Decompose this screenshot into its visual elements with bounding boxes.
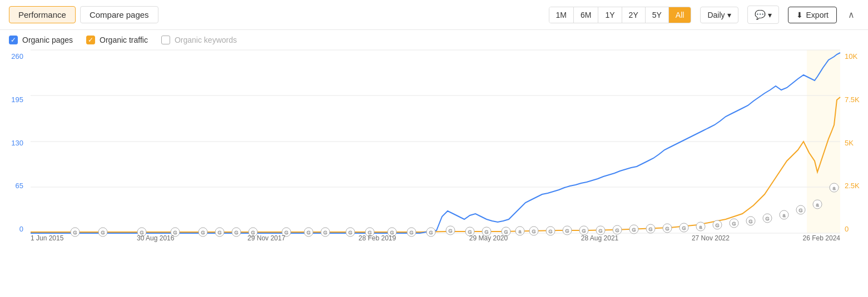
time-btn-1y[interactable]: 1Y bbox=[598, 7, 622, 23]
tab-compare-pages[interactable]: Compare pages bbox=[80, 6, 158, 23]
svg-text:G: G bbox=[582, 228, 586, 234]
comment-dropdown[interactable]: 💬 ▾ bbox=[747, 6, 779, 24]
organic-traffic-checkbox[interactable]: ✓ bbox=[86, 36, 95, 44]
daily-dropdown[interactable]: Daily ▾ bbox=[700, 7, 738, 23]
legend-organic-pages[interactable]: ✓ Organic pages bbox=[9, 36, 73, 44]
x-label-7: 26 Feb 2024 bbox=[803, 234, 840, 262]
chart-svg: G G G G G G G G G G G bbox=[31, 50, 840, 233]
organic-pages-line bbox=[31, 53, 840, 233]
y-left-0: 0 bbox=[19, 225, 23, 233]
y-right-5k: 5K bbox=[845, 139, 854, 147]
download-icon: ⬇ bbox=[796, 11, 803, 19]
legend: ✓ Organic pages ✓ Organic traffic Organi… bbox=[0, 30, 868, 50]
y-right-10k: 10K bbox=[845, 52, 857, 61]
svg-text:G: G bbox=[732, 221, 736, 226]
svg-text:G: G bbox=[565, 228, 569, 234]
x-label-6: 27 Nov 2022 bbox=[692, 234, 730, 262]
x-label-2: 29 Nov 2017 bbox=[247, 234, 285, 262]
svg-text:a: a bbox=[699, 224, 702, 230]
svg-text:G: G bbox=[665, 226, 669, 231]
svg-text:a: a bbox=[518, 229, 521, 234]
comment-icon: 💬 bbox=[755, 9, 766, 20]
x-label-5: 28 Aug 2021 bbox=[581, 234, 618, 262]
y-left-130: 130 bbox=[11, 139, 23, 147]
x-label-1: 30 Aug 2016 bbox=[137, 234, 174, 262]
svg-text:G: G bbox=[648, 226, 652, 232]
svg-text:G: G bbox=[765, 216, 769, 222]
y-right-7-5k: 7.5K bbox=[845, 95, 860, 104]
time-btn-2y[interactable]: 2Y bbox=[622, 7, 646, 23]
legend-organic-traffic[interactable]: ✓ Organic traffic bbox=[86, 36, 148, 44]
time-btn-6m[interactable]: 6M bbox=[574, 7, 598, 23]
chevron-down-icon-2: ▾ bbox=[768, 11, 772, 19]
tab-performance[interactable]: Performance bbox=[9, 6, 76, 23]
time-btn-1m[interactable]: 1M bbox=[549, 7, 574, 23]
organic-keywords-checkbox[interactable] bbox=[161, 36, 170, 44]
chart-container: 260 195 130 65 0 10K 7.5K 5K 2.5K 0 bbox=[0, 50, 868, 266]
chart-inner: G G G G G G G G G G G bbox=[31, 50, 840, 233]
x-label-4: 29 May 2020 bbox=[469, 234, 508, 262]
svg-text:G: G bbox=[632, 227, 636, 233]
y-right-2-5k: 2.5K bbox=[845, 182, 860, 190]
svg-text:G: G bbox=[548, 229, 552, 234]
svg-text:G: G bbox=[532, 229, 535, 234]
chevron-down-icon: ▾ bbox=[727, 11, 731, 19]
chevron-up-icon: ∧ bbox=[848, 10, 855, 19]
x-axis: 1 Jun 2015 30 Aug 2016 29 Nov 2017 28 Fe… bbox=[31, 234, 840, 262]
y-axis-left: 260 195 130 65 0 bbox=[0, 50, 28, 233]
time-btn-5y[interactable]: 5Y bbox=[646, 7, 669, 23]
svg-text:a: a bbox=[816, 202, 819, 208]
algo-markers: G G G G G G G G G G G bbox=[71, 183, 839, 236]
svg-text:G: G bbox=[748, 219, 752, 224]
svg-text:G: G bbox=[448, 228, 452, 234]
svg-text:G: G bbox=[798, 208, 802, 213]
svg-text:G: G bbox=[715, 223, 719, 228]
collapse-button[interactable]: ∧ bbox=[844, 7, 859, 22]
y-right-0: 0 bbox=[845, 225, 849, 233]
y-left-65: 65 bbox=[16, 182, 23, 190]
svg-text:G: G bbox=[615, 228, 619, 233]
svg-text:a: a bbox=[782, 213, 785, 218]
time-btn-all[interactable]: All bbox=[669, 7, 691, 23]
time-range-selector: 1M 6M 1Y 2Y 5Y All bbox=[549, 7, 692, 23]
x-label-3: 28 Feb 2019 bbox=[359, 234, 396, 262]
organic-pages-checkbox[interactable]: ✓ bbox=[9, 36, 18, 44]
export-button[interactable]: ⬇ Export bbox=[788, 7, 837, 23]
svg-text:G: G bbox=[682, 225, 686, 231]
organic-traffic-line bbox=[31, 97, 840, 232]
svg-text:a: a bbox=[832, 185, 835, 191]
y-left-195: 195 bbox=[11, 95, 23, 104]
y-left-260: 260 bbox=[11, 52, 23, 61]
x-label-0: 1 Jun 2015 bbox=[31, 234, 63, 262]
legend-organic-keywords[interactable]: Organic keywords bbox=[161, 36, 237, 44]
svg-text:G: G bbox=[598, 228, 602, 234]
y-axis-right: 10K 7.5K 5K 2.5K 0 bbox=[840, 50, 868, 233]
toolbar: Performance Compare pages 1M 6M 1Y 2Y 5Y… bbox=[0, 0, 868, 30]
